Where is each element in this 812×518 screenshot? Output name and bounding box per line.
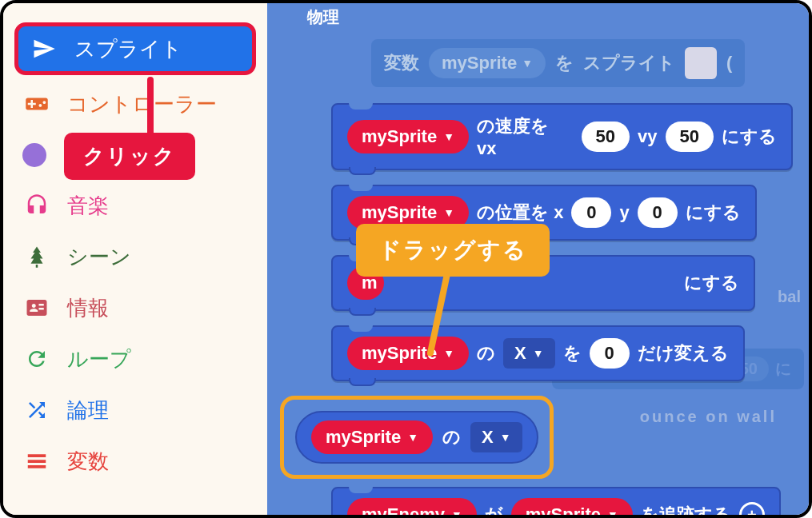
variable-dropdown[interactable]: mySprite ▼ xyxy=(311,420,433,454)
plus-icon[interactable]: + xyxy=(739,502,765,515)
sidebar-label: 音楽 xyxy=(67,192,109,220)
paper-plane-icon xyxy=(30,34,58,63)
bars-icon xyxy=(22,447,51,476)
click-annotation: クリック xyxy=(64,133,195,180)
section-header: 物理 xyxy=(283,3,793,34)
ghost-label: を xyxy=(555,51,574,75)
number-input[interactable]: 50 xyxy=(666,122,714,152)
number-input[interactable]: 50 xyxy=(582,122,630,152)
tree-icon xyxy=(22,242,51,271)
block-text: を追跡する xyxy=(641,503,731,515)
axis-dropdown[interactable]: X ▼ xyxy=(503,338,555,369)
sidebar-item-variables[interactable]: 変数 xyxy=(3,436,267,487)
drag-annotation: ドラッグする xyxy=(356,224,550,277)
sprite-x-reporter-block[interactable]: mySprite ▼ の X ▼ xyxy=(295,411,538,464)
circle-icon xyxy=(22,143,46,167)
caret-down-icon: ▼ xyxy=(443,347,454,360)
id-card-icon xyxy=(22,293,51,322)
number-input[interactable]: 0 xyxy=(638,197,678,228)
sidebar-item-info[interactable]: 情報 xyxy=(3,282,267,333)
variable-dropdown[interactable]: myEnemy ▼ xyxy=(347,498,477,515)
sidebar-label: 論理 xyxy=(67,396,109,424)
sidebar-item-music[interactable]: 音楽 xyxy=(3,180,267,231)
ghost-label: 変数 xyxy=(384,51,419,75)
sidebar-label: スプライト xyxy=(74,35,182,63)
ghost-label: ( xyxy=(726,53,732,74)
block-text: の xyxy=(477,341,495,365)
caret-down-icon: ▼ xyxy=(500,431,511,444)
sidebar-label: 情報 xyxy=(67,294,109,322)
sidebar-item-sprites[interactable]: スプライト xyxy=(14,22,256,75)
annotation-pointer xyxy=(147,77,154,136)
shuffle-icon xyxy=(22,396,51,424)
change-x-block[interactable]: mySprite ▼ の X ▼ を 0 だけ変える xyxy=(331,325,745,381)
caret-down-icon: ▼ xyxy=(451,508,462,515)
caret-down-icon: ▼ xyxy=(533,347,544,360)
caret-down-icon: ▼ xyxy=(443,206,454,219)
block-text: y xyxy=(619,202,629,223)
headphones-icon xyxy=(22,191,51,220)
ghost-set-variable-block[interactable]: 変数 mySprite ▼ を スプライト ( xyxy=(371,39,745,87)
block-text: だけ変える xyxy=(638,341,729,365)
sidebar-item-loop[interactable]: ループ xyxy=(3,333,267,385)
block-text: にする xyxy=(684,271,739,295)
variable-dropdown[interactable]: mySprite ▼ xyxy=(347,120,469,153)
sprite-image-picker[interactable] xyxy=(685,47,717,79)
block-text: の位置を x xyxy=(477,201,563,225)
block-text: の速度を vx xyxy=(477,114,574,159)
block-text: が xyxy=(485,503,503,515)
block-text: を xyxy=(563,341,582,365)
ghost-label: スプライト xyxy=(583,51,675,75)
sidebar-label: コントローラー xyxy=(67,90,217,118)
loop-icon xyxy=(22,345,51,373)
category-sidebar: スプライト コントローラー ゲーム 音楽 シーン xyxy=(3,3,267,515)
caret-down-icon: ▼ xyxy=(443,130,454,143)
variable-dropdown[interactable]: mySprite ▼ xyxy=(511,498,633,515)
variable-dropdown[interactable]: mySprite ▼ xyxy=(429,48,546,78)
caret-down-icon: ▼ xyxy=(522,57,533,70)
block-text: にする xyxy=(722,125,777,149)
drag-highlight: mySprite ▼ の X ▼ xyxy=(280,396,554,479)
sidebar-item-logic[interactable]: 論理 xyxy=(3,385,267,436)
caret-down-icon: ▼ xyxy=(607,508,618,515)
block-text: vy xyxy=(638,126,657,147)
sidebar-item-controller[interactable]: コントローラー xyxy=(3,78,267,130)
follow-sprite-block[interactable]: myEnemy ▼ が mySprite ▼ を追跡する + xyxy=(331,487,781,515)
variable-dropdown[interactable]: mySprite ▼ xyxy=(347,337,469,370)
set-velocity-block[interactable]: mySprite ▼ の速度を vx 50 vy 50 にする xyxy=(331,103,793,170)
block-text: の xyxy=(442,425,461,449)
number-input[interactable]: 0 xyxy=(571,197,611,228)
sidebar-item-scene[interactable]: シーン xyxy=(3,231,267,282)
caret-down-icon: ▼ xyxy=(407,431,418,444)
gamepad-icon xyxy=(22,90,51,118)
number-input[interactable]: 0 xyxy=(590,338,630,369)
sidebar-label: ループ xyxy=(67,345,131,373)
axis-dropdown[interactable]: X ▼ xyxy=(470,422,522,452)
block-text: にする xyxy=(686,201,741,225)
sidebar-label: 変数 xyxy=(67,448,109,476)
sidebar-label: シーン xyxy=(67,243,131,271)
